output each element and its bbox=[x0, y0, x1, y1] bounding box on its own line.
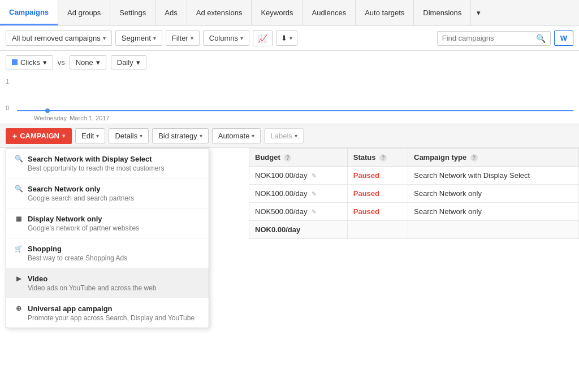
period-button[interactable]: Daily ▾ bbox=[111, 55, 146, 69]
search-display-icon: 🔍 bbox=[14, 154, 23, 163]
table-total-row: NOK0.00/day bbox=[249, 221, 579, 239]
menu-item-universal-app[interactable]: ⊕ Universal app campaign Promote your ap… bbox=[6, 298, 209, 328]
th-status: Status ? bbox=[347, 149, 408, 167]
campaign-btn-label: CAMPAIGN bbox=[20, 132, 59, 140]
add-campaign-button[interactable]: + CAMPAIGN ▾ bbox=[6, 128, 72, 144]
automate-button[interactable]: Automate ▾ bbox=[212, 128, 261, 143]
campaign-type-dropdown: 🔍 Search Network with Display Select Bes… bbox=[6, 148, 209, 328]
filter-button[interactable]: Filter ▾ bbox=[166, 31, 200, 46]
campaign-type-help-icon[interactable]: ? bbox=[470, 154, 478, 162]
segment-label: Segment bbox=[122, 34, 151, 42]
tab-ad-extensions[interactable]: Ad extensions bbox=[187, 0, 252, 25]
menu-item-display-only[interactable]: ▦ Display Network only Google's network … bbox=[6, 208, 209, 238]
menu-item-5-title: Universal app campaign bbox=[28, 304, 113, 313]
tab-ads[interactable]: Ads bbox=[155, 0, 187, 25]
search-input[interactable] bbox=[442, 34, 533, 42]
th-budget: Budget ? bbox=[249, 149, 348, 167]
chart-y-bottom-label: 0 bbox=[6, 104, 9, 111]
total-budget-cell: NOK0.00/day bbox=[249, 221, 348, 239]
filter-arrow-icon: ▾ bbox=[103, 35, 106, 41]
download-button[interactable]: ⬇ ▾ bbox=[276, 31, 297, 46]
menu-item-2-desc: Google's network of partner websites bbox=[14, 224, 201, 232]
metric2-arrow-icon: ▾ bbox=[96, 58, 100, 67]
search-box: 🔍 bbox=[437, 31, 551, 46]
content-area: + CAMPAIGN ▾ Edit ▾ Details ▾ Bid strate… bbox=[0, 124, 579, 239]
chart-data-point bbox=[45, 108, 50, 113]
campaigns-table-container: Budget ? Status ? Campaign type ? bbox=[249, 148, 579, 239]
top-navigation: Campaigns Ad groups Settings Ads Ad exte… bbox=[0, 0, 579, 26]
budget-edit-icon-0[interactable]: ✎ bbox=[312, 172, 317, 179]
budget-edit-icon-1[interactable]: ✎ bbox=[312, 190, 317, 197]
columns-label: Columns bbox=[209, 34, 238, 42]
automate-label: Automate bbox=[218, 132, 250, 140]
menu-item-4-title: Video bbox=[28, 275, 47, 283]
action-bar: + CAMPAIGN ▾ Edit ▾ Details ▾ Bid strate… bbox=[0, 124, 579, 148]
table-row[interactable]: NOK500.00/day ✎ Paused Search Network on… bbox=[249, 203, 579, 221]
tab-dimensions[interactable]: Dimensions bbox=[414, 0, 471, 25]
video-icon: ▶ bbox=[14, 274, 23, 283]
menu-item-search-display[interactable]: 🔍 Search Network with Display Select Bes… bbox=[6, 149, 209, 178]
menu-item-shopping[interactable]: 🛒 Shopping Best way to create Shopping A… bbox=[6, 238, 209, 268]
more-tabs-button[interactable]: ▾ bbox=[471, 0, 486, 25]
menu-item-search-only[interactable]: 🔍 Search Network only Google search and … bbox=[6, 178, 209, 208]
columns-button[interactable]: Columns ▾ bbox=[203, 31, 249, 46]
budget-edit-icon-2[interactable]: ✎ bbox=[312, 208, 317, 215]
metric1-button[interactable]: Clicks ▾ bbox=[6, 55, 53, 69]
view-button[interactable]: W bbox=[554, 31, 573, 46]
chart-date-label: Wednesday, March 1, 2017 bbox=[34, 115, 110, 121]
tab-campaigns[interactable]: Campaigns bbox=[0, 0, 58, 25]
vs-label: vs bbox=[58, 58, 65, 67]
universal-app-icon: ⊕ bbox=[14, 304, 23, 313]
chart-toggle-button[interactable]: 📈 bbox=[253, 31, 273, 46]
budget-help-icon[interactable]: ? bbox=[284, 154, 291, 162]
chart-baseline bbox=[17, 110, 573, 111]
type-cell: Search Network only bbox=[408, 185, 579, 203]
menu-item-2-title: Display Network only bbox=[28, 215, 102, 223]
table-row[interactable]: NOK100.00/day ✎ Paused Search Network on… bbox=[249, 185, 579, 203]
automate-arrow-icon: ▾ bbox=[252, 133, 254, 139]
filter-label: All but removed campaigns bbox=[12, 34, 101, 42]
budget-cell: NOK100.00/day ✎ bbox=[249, 167, 348, 185]
tab-audiences[interactable]: Audiences bbox=[303, 0, 356, 25]
filter-btn-label: Filter bbox=[172, 34, 188, 42]
budget-cell: NOK100.00/day ✎ bbox=[249, 185, 348, 203]
menu-item-video[interactable]: ▶ Video Video ads on YouTube and across … bbox=[6, 268, 209, 298]
tab-keywords[interactable]: Keywords bbox=[252, 0, 303, 25]
edit-label: Edit bbox=[81, 132, 94, 140]
chart-y-top-label: 1 bbox=[6, 78, 9, 85]
edit-button[interactable]: Edit ▾ bbox=[75, 128, 105, 143]
segment-button[interactable]: Segment ▾ bbox=[115, 31, 162, 46]
menu-item-0-title: Search Network with Display Select bbox=[28, 155, 152, 163]
chart-area: 1 0 Wednesday, March 1, 2017 bbox=[0, 73, 579, 124]
details-label: Details bbox=[115, 132, 137, 140]
status-cell: Paused bbox=[347, 185, 408, 203]
download-icon: ⬇ bbox=[281, 34, 287, 42]
campaign-btn-arrow-icon: ▾ bbox=[62, 133, 65, 139]
tab-settings[interactable]: Settings bbox=[110, 0, 155, 25]
details-button[interactable]: Details ▾ bbox=[109, 128, 149, 143]
filter-btn-arrow-icon: ▾ bbox=[191, 35, 193, 41]
labels-arrow-icon: ▾ bbox=[295, 133, 297, 139]
labels-button[interactable]: Labels ▾ bbox=[264, 128, 303, 143]
bid-strategy-button[interactable]: Bid strategy ▾ bbox=[152, 128, 209, 143]
download-arrow-icon: ▾ bbox=[290, 35, 292, 41]
tab-ad-groups[interactable]: Ad groups bbox=[58, 0, 110, 25]
type-cell: Search Network with Display Select bbox=[408, 167, 579, 185]
period-arrow-icon: ▾ bbox=[136, 58, 140, 67]
details-arrow-icon: ▾ bbox=[140, 133, 142, 139]
status-cell: Paused bbox=[347, 167, 408, 185]
metric1-arrow-icon: ▾ bbox=[43, 58, 47, 67]
chart-icon: 📈 bbox=[258, 34, 267, 43]
search-icon[interactable]: 🔍 bbox=[536, 34, 546, 43]
edit-arrow-icon: ▾ bbox=[96, 133, 99, 139]
metric2-label: None bbox=[76, 58, 93, 67]
tab-auto-targets[interactable]: Auto targets bbox=[356, 0, 414, 25]
toolbar-row: All but removed campaigns ▾ Segment ▾ Fi… bbox=[0, 26, 579, 51]
filter-campaigns-button[interactable]: All but removed campaigns ▾ bbox=[6, 31, 112, 46]
campaigns-table: Budget ? Status ? Campaign type ? bbox=[249, 148, 579, 239]
table-row[interactable]: NOK100.00/day ✎ Paused Search Network wi… bbox=[249, 167, 579, 185]
metric2-button[interactable]: None ▾ bbox=[70, 55, 106, 69]
status-help-icon[interactable]: ? bbox=[379, 154, 387, 162]
shopping-icon: 🛒 bbox=[14, 244, 23, 253]
columns-arrow-icon: ▾ bbox=[240, 35, 243, 41]
